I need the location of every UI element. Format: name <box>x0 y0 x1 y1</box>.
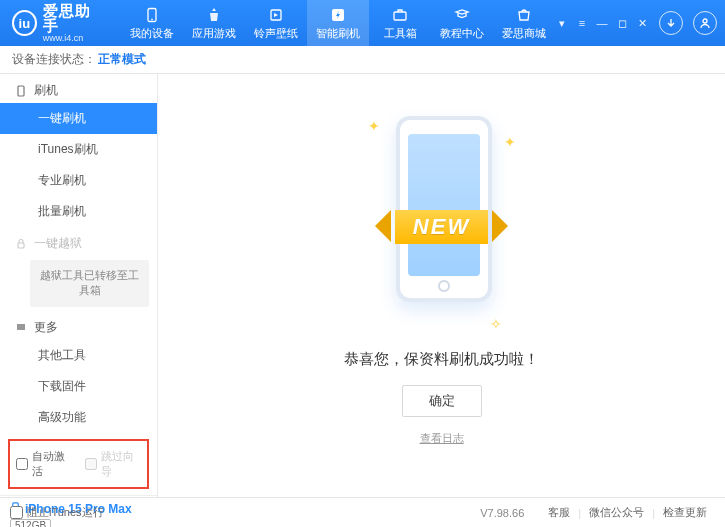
sidebar-item-other-tools[interactable]: 其他工具 <box>0 340 157 371</box>
success-message: 恭喜您，保资料刷机成功啦！ <box>344 350 539 369</box>
svg-rect-4 <box>394 12 406 20</box>
device-status-bar: 设备连接状态： 正常模式 <box>0 46 725 74</box>
toolbox-icon <box>391 6 409 24</box>
block-itunes-input[interactable] <box>10 506 23 519</box>
ok-button[interactable]: 确定 <box>402 385 482 417</box>
maximize-icon[interactable]: ◻ <box>615 16 629 30</box>
app-url: www.i4.cn <box>43 34 103 43</box>
sidebar-item-itunes-flash[interactable]: iTunes刷机 <box>0 134 157 165</box>
checkbox-block-itunes[interactable]: 阻止iTunes运行 <box>10 505 104 520</box>
sidebar-item-pro-flash[interactable]: 专业刷机 <box>0 165 157 196</box>
sidebar-item-download-firmware[interactable]: 下载固件 <box>0 371 157 402</box>
nav-label: 教程中心 <box>440 26 484 41</box>
nav-label: 铃声壁纸 <box>254 26 298 41</box>
close-icon[interactable]: ✕ <box>635 16 649 30</box>
svg-rect-7 <box>18 243 24 248</box>
auto-activate-input[interactable] <box>16 458 28 470</box>
device-icon <box>143 6 161 24</box>
sparkle-icon: ✦ <box>368 118 380 134</box>
download-button[interactable] <box>659 11 683 35</box>
sidebar-group-jailbreak: 一键越狱 <box>0 227 157 256</box>
sidebar-group-flash[interactable]: 刷机 <box>0 74 157 103</box>
menu-icon[interactable]: ▾ <box>555 16 569 30</box>
view-log-link[interactable]: 查看日志 <box>420 431 464 446</box>
jailbreak-moved-notice: 越狱工具已转移至工具箱 <box>30 260 149 307</box>
nav-ringtones[interactable]: 铃声壁纸 <box>245 0 307 46</box>
apps-icon <box>205 6 223 24</box>
nav-label: 爱思商城 <box>502 26 546 41</box>
settings-icon[interactable]: ≡ <box>575 16 589 30</box>
footer-link-wechat[interactable]: 微信公众号 <box>589 505 644 520</box>
checkbox-auto-activate[interactable]: 自动激活 <box>16 449 73 479</box>
nav-tutorials[interactable]: 教程中心 <box>431 0 493 46</box>
ringtone-icon <box>267 6 285 24</box>
nav-label: 工具箱 <box>384 26 417 41</box>
skip-guide-input <box>85 458 97 470</box>
group-label: 刷机 <box>34 82 58 99</box>
checkbox-skip-guide[interactable]: 跳过向导 <box>85 449 142 479</box>
store-icon <box>515 6 533 24</box>
footer-link-update[interactable]: 检查更新 <box>663 505 707 520</box>
flash-icon <box>329 6 347 24</box>
nav-label: 应用游戏 <box>192 26 236 41</box>
top-nav: 我的设备 应用游戏 铃声壁纸 智能刷机 工具箱 教程中心 爱思商城 <box>121 0 555 46</box>
title-bar: iu 爱思助手 www.i4.cn 我的设备 应用游戏 铃声壁纸 智能刷机 工具… <box>0 0 725 46</box>
sidebar: 刷机 一键刷机 iTunes刷机 专业刷机 批量刷机 一键越狱 越狱工具已转移至… <box>0 74 158 497</box>
nav-smart-flash[interactable]: 智能刷机 <box>307 0 369 46</box>
svg-rect-6 <box>18 86 24 96</box>
options-highlight-box: 自动激活 跳过向导 <box>8 439 149 489</box>
sidebar-item-one-key-flash[interactable]: 一键刷机 <box>0 103 157 134</box>
status-prefix: 设备连接状态： <box>12 51 96 68</box>
tutorial-icon <box>453 6 471 24</box>
app-logo: iu 爱思助手 www.i4.cn <box>12 3 103 44</box>
phone-icon <box>14 84 28 98</box>
checkbox-label: 自动激活 <box>32 449 73 479</box>
app-name: 爱思助手 <box>43 3 103 35</box>
sidebar-item-batch-flash[interactable]: 批量刷机 <box>0 196 157 227</box>
nav-label: 我的设备 <box>130 26 174 41</box>
checkbox-label: 阻止iTunes运行 <box>27 505 104 520</box>
nav-toolbox[interactable]: 工具箱 <box>369 0 431 46</box>
svg-point-5 <box>703 19 707 23</box>
minimize-icon[interactable]: — <box>595 16 609 30</box>
footer-link-support[interactable]: 客服 <box>548 505 570 520</box>
svg-point-1 <box>151 18 153 20</box>
user-button[interactable] <box>693 11 717 35</box>
phone-illustration: NEW ✦ ✦ ✧ <box>372 110 512 330</box>
logo-badge-icon: iu <box>12 10 37 36</box>
group-label: 一键越狱 <box>34 235 82 252</box>
nav-label: 智能刷机 <box>316 26 360 41</box>
main-panel: NEW ✦ ✦ ✧ 恭喜您，保资料刷机成功啦！ 确定 查看日志 <box>158 74 725 497</box>
more-icon <box>14 320 28 334</box>
sidebar-group-more[interactable]: 更多 <box>0 311 157 340</box>
sidebar-item-advanced[interactable]: 高级功能 <box>0 402 157 433</box>
version-label: V7.98.66 <box>480 507 524 519</box>
nav-apps-games[interactable]: 应用游戏 <box>183 0 245 46</box>
sparkle-icon: ✧ <box>490 316 502 332</box>
nav-store[interactable]: 爱思商城 <box>493 0 555 46</box>
group-label: 更多 <box>34 319 58 336</box>
nav-my-device[interactable]: 我的设备 <box>121 0 183 46</box>
sparkle-icon: ✦ <box>504 134 516 150</box>
status-mode: 正常模式 <box>98 51 146 68</box>
device-storage: 512GB <box>10 519 51 527</box>
checkbox-label: 跳过向导 <box>101 449 142 479</box>
new-ribbon: NEW <box>395 210 488 244</box>
lock-icon <box>14 237 28 251</box>
